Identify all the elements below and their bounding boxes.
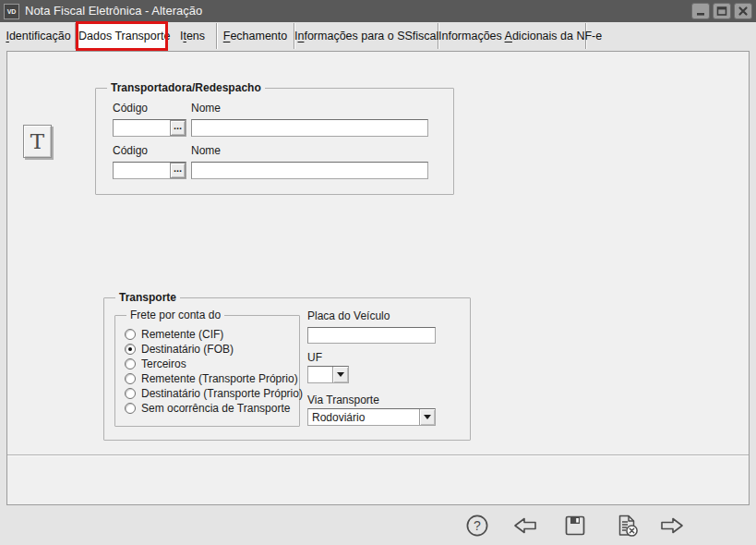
arrow-left-icon: [512, 514, 538, 538]
group-title: Transporte: [115, 291, 180, 304]
group-title: Frete por conta do: [126, 309, 224, 321]
chevron-down-icon: [424, 415, 431, 419]
codigo-label-2: Código: [113, 144, 148, 157]
via-transporte-label: Via Transporte: [307, 394, 379, 406]
tab-fechamento[interactable]: Fechamento: [217, 23, 294, 49]
placa-label: Placa do Veículo: [307, 309, 390, 322]
transportadora-redespacho-group: Transportadora/Redespacho Código ... Nom…: [95, 88, 454, 195]
radio-icon: [125, 403, 136, 414]
app-logo-icon: VD: [4, 4, 19, 19]
text-tool-button[interactable]: T: [23, 125, 52, 158]
bottom-toolbar: ?: [0, 505, 756, 545]
radio-icon: [125, 388, 136, 399]
close-button[interactable]: [734, 3, 752, 19]
close-icon: [738, 6, 749, 17]
save-icon: [563, 514, 587, 538]
tab-dados-transporte[interactable]: Dados Transporte: [78, 24, 165, 48]
help-icon: ?: [465, 514, 489, 538]
chevron-down-icon: [337, 372, 344, 377]
minimize-button[interactable]: [691, 3, 710, 19]
help-button[interactable]: ?: [464, 514, 490, 538]
arrow-right-icon: [659, 514, 685, 538]
via-transporte-value: Rodoviário: [312, 411, 365, 424]
document-cancel-icon: [614, 514, 640, 538]
app-window: VD Nota Fiscal Eletrônica - Alteração Id…: [0, 0, 756, 545]
via-transporte-combobox[interactable]: Rodoviário: [307, 408, 436, 426]
group-title: Transportadora/Redespacho: [107, 81, 265, 94]
radio-icon: [125, 344, 136, 355]
uf-combobox[interactable]: [307, 366, 349, 383]
nome-label-2: Nome: [191, 144, 221, 157]
transporte-group: Transporte Frete por conta do Remetente …: [103, 297, 471, 441]
nome-label-1: Nome: [191, 102, 221, 115]
radio-terceiros[interactable]: Terceiros: [125, 357, 186, 370]
svg-text:?: ?: [474, 518, 481, 533]
radio-remetente-transporte-proprio[interactable]: Remetente (Transporte Próprio): [125, 372, 298, 385]
uf-dropdown-button[interactable]: [332, 367, 348, 382]
codigo-label-1: Código: [113, 102, 148, 115]
nome-input-1[interactable]: [191, 119, 428, 137]
radio-destinatario-fob[interactable]: Destinatário (FOB): [125, 343, 234, 356]
radio-icon: [125, 329, 136, 340]
window-title: Nota Fiscal Eletrônica - Alteração: [25, 4, 202, 18]
radio-icon: [125, 373, 136, 384]
maximize-button[interactable]: [713, 3, 731, 19]
tab-informacoes-ssfiscal[interactable]: Informações para o SSfiscal: [294, 23, 438, 49]
titlebar: VD Nota Fiscal Eletrônica - Alteração: [0, 0, 756, 22]
tab-itens[interactable]: Itens: [169, 23, 217, 49]
tab-identificacao[interactable]: Identificação: [2, 23, 76, 49]
codigo-browse-button-1[interactable]: ...: [170, 120, 186, 136]
radio-sem-ocorrencia[interactable]: Sem ocorrência de Transporte: [125, 402, 290, 415]
codigo-browse-button-2[interactable]: ...: [170, 163, 186, 178]
tab-page-dados-transporte: T Transportadora/Redespacho Código ... N…: [6, 51, 750, 505]
minimize-icon: [695, 6, 706, 17]
tab-informacoes-adicionais-nfe[interactable]: Informações Adicionais da NF-e: [438, 23, 586, 49]
frete-por-conta-group: Frete por conta do Remetente (CIF) Desti…: [114, 315, 300, 427]
next-button[interactable]: [659, 514, 685, 538]
placa-input[interactable]: [307, 327, 436, 344]
previous-button[interactable]: [512, 514, 538, 538]
via-transporte-dropdown-button[interactable]: [419, 409, 435, 425]
nome-input-2[interactable]: [191, 162, 428, 179]
panel-separator: [7, 454, 749, 456]
uf-label: UF: [307, 351, 322, 364]
save-button[interactable]: [562, 514, 588, 538]
tab-strip: Identificação Dados Transporte Itens Fec…: [2, 23, 586, 49]
radio-destinatario-transporte-proprio[interactable]: Destinatário (Transporte Próprio): [125, 387, 303, 400]
cancel-document-button[interactable]: [614, 514, 640, 538]
radio-remetente-cif[interactable]: Remetente (CIF): [125, 328, 223, 341]
radio-icon: [125, 358, 136, 369]
maximize-icon: [716, 6, 727, 17]
